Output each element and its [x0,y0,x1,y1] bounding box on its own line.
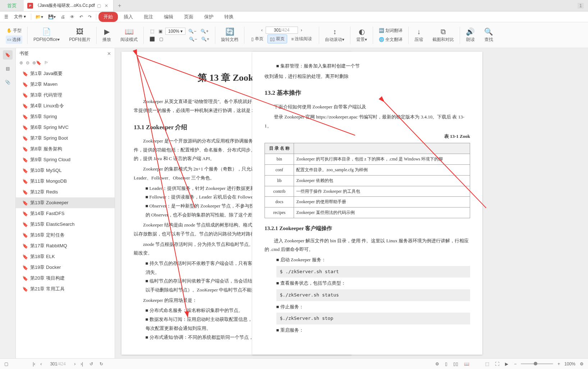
bookmark-item[interactable]: 🔖第16章 定时任务 [16,230,115,240]
single-page-view[interactable]: ▯ 单页 [249,34,266,43]
zoom-slider[interactable] [521,363,553,364]
next-page-icon[interactable]: › [73,361,77,367]
tools-icon[interactable]: ⚙ [434,361,441,367]
zoom-in2-icon[interactable]: 🔍+ [200,36,211,43]
pdf-to-image[interactable]: 🖼PDF转图片 [65,28,94,43]
fullscreen-icon[interactable]: ⛶ [493,361,501,367]
bookmark-item[interactable]: 🔖第6章 Spring MVC [16,122,115,133]
fit-width-icon[interactable]: ⬚ [149,28,156,35]
new-tab-button[interactable]: + [114,3,125,9]
page-input[interactable]: 301/424 [266,27,298,34]
status-page[interactable]: 301/424 [45,361,70,366]
continuous-view[interactable]: ≡ 连续阅读 [289,34,314,43]
zoom-out2-icon[interactable]: 🔍− [188,36,198,43]
single-view-icon[interactable]: ▯ [444,361,449,367]
double-page-view[interactable]: ▯▯ 双页 [267,34,287,43]
fit-icon[interactable]: ⬚ [484,361,491,367]
home-tab[interactable]: 首页 [0,0,24,11]
bookmark-item[interactable]: 🔖第18章 ELK [16,251,115,262]
bookmark-item[interactable]: 🔖第3章 代码管理 [16,90,115,101]
screenshot-compare[interactable]: ⧉截图和对比 [429,28,458,43]
read-aloud[interactable]: 🔊朗读 [462,27,478,43]
bookmark-item[interactable]: 🔖第19章 Docker [16,262,115,273]
zoom-out-status[interactable]: − [513,361,518,367]
bookmark-item[interactable]: 🔖第9章 Spring Cloud [16,154,115,165]
sidebar-toggle-icon[interactable]: ▢ [3,361,10,367]
book-view-icon[interactable]: 📖 [463,361,471,367]
bookmark-item[interactable]: 🔖第4章 Linux命令 [16,101,115,111]
bookmark-item[interactable]: 🔖第11章 MongoDB [16,176,115,187]
redo-button[interactable]: ↷ [86,13,94,21]
add-bookmark-icon[interactable]: ⊕🔖 [32,60,41,65]
bookmark-item[interactable]: 🔖第10章 MySQL [16,165,115,176]
find-button[interactable]: 🔍查找 [481,27,497,43]
full-translate[interactable]: 🌐 全文翻译 [377,36,404,44]
menu-insert[interactable]: 插入 [119,12,138,22]
print-button[interactable]: 🖨 [59,13,67,21]
tab-window-icon[interactable]: ▢ [97,3,101,8]
double-view-icon[interactable]: ▯▯ [452,361,460,367]
file-menu[interactable]: 文件 ▾ [11,12,29,21]
save-button[interactable]: 💾▾ [46,13,58,21]
hand-tool[interactable]: ✋ 手型 [5,27,23,35]
outline-icon[interactable]: ▤ [4,64,12,73]
play-button[interactable]: ▶播放 [99,27,115,43]
rotate-ccw-icon[interactable]: ↺ [88,361,95,367]
flag-icon[interactable]: 🏳 [44,60,49,65]
fit-page-icon[interactable]: ▣ [157,28,164,35]
menu-edit[interactable]: 编辑 [159,12,178,22]
tab-close-icon[interactable]: ✕ [103,3,110,8]
menu-protect[interactable]: 保护 [199,12,219,22]
bookmark-icon: 🔖 [22,179,28,184]
prev-page-icon[interactable]: ‹ [39,361,43,367]
bookmark-item[interactable]: 🔖第5章 Spring [16,111,115,122]
menu-page[interactable]: 页面 [179,12,198,22]
bookmark-item[interactable]: 🔖第14章 FastDFS [16,208,115,219]
actual-size-icon[interactable]: ⬛ [148,36,156,43]
preview-button[interactable]: 👁 [68,13,77,21]
menu-start[interactable]: 开始 [98,12,118,22]
zoom-out-icon[interactable]: 🔍− [187,28,198,35]
next-page-icon[interactable]: › [299,27,304,34]
settings-icon[interactable]: ⚙ [578,361,585,367]
rotate-button[interactable]: 🔄旋转文档 [217,27,242,43]
close-panel-icon[interactable]: ✕ [107,51,111,56]
first-page-icon[interactable]: |‹ [31,361,37,367]
bookmark-item[interactable]: 🔖第17章 RabbitMQ [16,240,115,251]
bookmark-item[interactable]: 🔖第12章 Redis [16,187,115,197]
bookmark-item[interactable]: 🔖第2章 Maven [16,79,115,90]
bookmark-item[interactable]: 🔖第8章 服务架构 [16,144,115,154]
bookmark-item[interactable]: 🔖第20章 项目构建 [16,273,115,284]
bookmark-item[interactable]: 🔖第15章 ElasticSearch [16,219,115,230]
hamburger-icon[interactable]: ☰ [2,13,10,21]
menu-annotate[interactable]: 批注 [139,12,158,22]
zoom-level[interactable]: 100% ▾ [165,28,185,35]
presentation-icon[interactable]: ▶ [504,361,510,367]
bookmark-item[interactable]: 🔖第1章 Java概要 [16,68,115,79]
prev-page-icon[interactable]: ‹ [260,27,264,34]
bookmark-item[interactable]: 🔖第7章 Spring Boot [16,133,115,144]
rotate-cw-icon[interactable]: ↻ [98,361,105,367]
background-button[interactable]: ◐背景▾ [353,27,371,43]
bookmark-item[interactable]: 🔖第13章 Zookeeper [16,197,115,208]
pdf-to-office[interactable]: 📄PDF转Office▾ [30,27,63,43]
document-viewport[interactable]: 第 13 章 Zookeeper Zookeeper 从英文直译是"动物管理员"… [115,48,588,358]
autoscroll-button[interactable]: ↕自动滚动▾ [321,28,348,43]
last-page-icon[interactable]: ›| [79,361,84,367]
collapse-icon[interactable]: ⊖ [26,60,29,65]
menu-convert[interactable]: 转换 [219,12,239,22]
compress-button[interactable]: ↓压缩 [411,28,427,43]
read-mode[interactable]: 📖阅读模式 [117,27,141,43]
zoom-in-icon[interactable]: 🔍+ [199,28,210,35]
bookmark-item[interactable]: 🔖第21章 常用工具 [16,284,115,294]
fit-icon[interactable]: ▢ [158,36,165,43]
expand-icon[interactable]: ⊕ [19,60,23,65]
open-button[interactable]: 📂▾ [33,13,45,21]
zoom-in-status[interactable]: + [556,361,561,367]
word-translate[interactable]: 🔤 划词翻译 [377,27,404,35]
select-tool[interactable]: ▭ 选择 [6,36,22,44]
document-tab[interactable]: P 《Java服务端研发...oKs.Cc.pdf ▢ ✕ [24,0,114,11]
undo-button[interactable]: ↶ [77,13,85,21]
bookmark-icon[interactable]: 🔖 [3,50,13,60]
attachment-icon[interactable]: 📎 [3,78,13,87]
